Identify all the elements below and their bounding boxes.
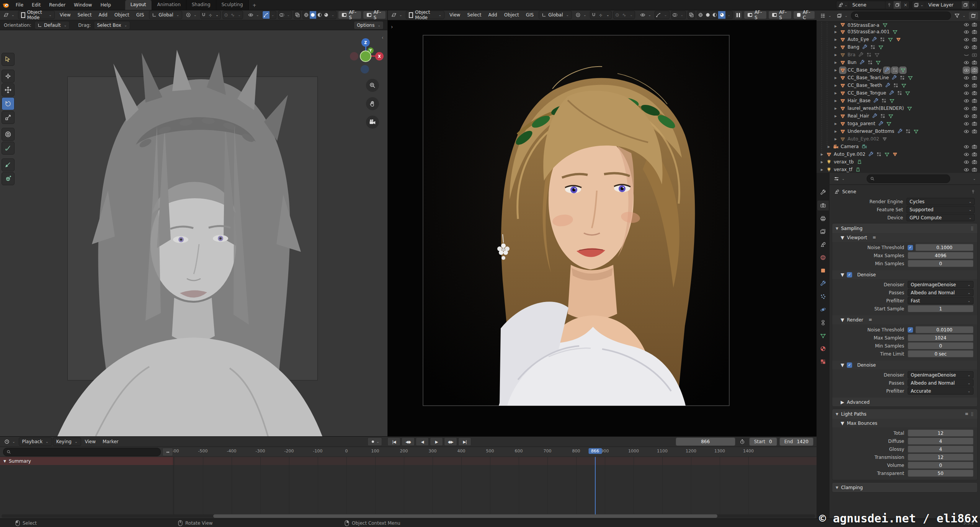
outliner-item-Camera[interactable]: ▶Camera (817, 143, 980, 150)
tool-scale[interactable] (2, 111, 15, 124)
mesh-icon[interactable] (878, 44, 884, 51)
transform-orientation-dropdown[interactable]: Global⌄ (149, 11, 182, 19)
tool-annotate[interactable] (2, 142, 15, 155)
tool-add-cube[interactable] (2, 172, 15, 185)
disable-render-icon[interactable] (971, 113, 978, 119)
expand-arrow-icon[interactable]: ▶ (833, 53, 838, 57)
total-field[interactable]: 12 (908, 429, 973, 437)
timeline-menu-playback[interactable]: Playback⌄ (19, 437, 52, 446)
nodes-icon[interactable] (870, 44, 876, 51)
timeline-menu-view[interactable]: View (82, 438, 99, 445)
properties-search-input[interactable] (867, 175, 950, 183)
disable-render-icon[interactable] (971, 105, 978, 112)
outliner-item-03StrassEar-a.001[interactable]: ▶03StrassEar-a.001 (817, 28, 980, 36)
expand-arrow-icon[interactable]: ▶ (833, 130, 838, 133)
disable-render-icon[interactable] (971, 98, 978, 104)
outliner-search-input[interactable] (851, 11, 951, 20)
properties-tab-data[interactable] (817, 331, 829, 341)
nodes-icon[interactable] (866, 52, 872, 58)
feature-set-field[interactable]: Supported⌄ (906, 206, 975, 213)
wrench-icon[interactable] (897, 128, 903, 135)
disable-render-icon[interactable] (971, 166, 978, 173)
transform-orientation-dropdown[interactable]: Global⌄ (539, 11, 572, 19)
vp-left-menu-select[interactable]: Select (74, 10, 95, 20)
workspace-tab-animation[interactable]: Animation (152, 0, 186, 10)
pause-icon[interactable] (734, 11, 742, 19)
channel-search-input[interactable] (3, 448, 161, 456)
wrench-icon[interactable] (873, 98, 879, 104)
jump-start-icon[interactable]: |◀ (387, 437, 400, 446)
new-view-layer-icon[interactable] (961, 1, 969, 9)
snap-magnet-icon[interactable] (201, 11, 207, 19)
expand-arrow-icon[interactable]: ▶ (820, 153, 824, 156)
mode-dropdown[interactable]: Object Mode⌄ (18, 11, 55, 19)
shading-material-icon[interactable] (316, 11, 323, 19)
properties-tab-tool[interactable] (817, 188, 829, 197)
shading-wireframe-icon[interactable] (697, 11, 704, 19)
outliner-item-Auto_Eye.002[interactable]: ▶Auto_Eye.002 (817, 150, 980, 158)
render-engine-field[interactable]: Cycles⌄ (906, 198, 975, 205)
shading-solid-icon[interactable] (310, 11, 316, 19)
pin-id-icon[interactable] (971, 189, 975, 194)
hide-viewport-icon[interactable] (963, 128, 970, 135)
mesh-icon[interactable] (907, 75, 914, 81)
snap-magnet-icon[interactable] (590, 11, 597, 19)
hide-viewport-icon[interactable] (963, 52, 970, 58)
wrench-icon[interactable] (868, 151, 874, 158)
remove-view-layer-icon[interactable]: × (969, 1, 977, 9)
vp-right-menu-view[interactable]: View (446, 10, 464, 20)
vp-left-menu-view[interactable]: View (56, 10, 74, 20)
xray-toggle-icon[interactable] (688, 11, 695, 19)
wrench-icon[interactable] (871, 36, 878, 43)
min-samples-field[interactable]: 0 (908, 342, 973, 349)
hide-viewport-icon[interactable] (963, 166, 970, 173)
expand-arrow-icon[interactable]: ▶ (833, 69, 838, 72)
navigation-gizmo[interactable]: Z X Y (350, 38, 382, 70)
gizmo-z-axis[interactable]: Z (361, 38, 370, 47)
gizmo-neg-z-axis[interactable] (361, 65, 369, 73)
af-button-af-s-0[interactable]: AF-S (338, 11, 361, 19)
hide-viewport-icon[interactable] (963, 113, 970, 119)
hide-viewport-icon[interactable] (963, 44, 970, 51)
drag-grip-icon[interactable]: ⣿ (971, 412, 974, 416)
wrench-icon[interactable] (862, 44, 868, 51)
snap-settings-icon[interactable]: ⊹ (597, 11, 604, 19)
blender-logo-icon[interactable] (0, 0, 11, 10)
outliner-item-verax_tf[interactable]: ▶verax_tf (817, 166, 980, 173)
disable-render-icon[interactable] (971, 144, 978, 150)
outliner-display-mode-icon[interactable]: ⌄ (835, 12, 850, 20)
noise-threshold-field[interactable]: 0.0100 (915, 326, 973, 333)
render-denoise-header[interactable]: ▼✓ Denoise (832, 361, 977, 369)
expand-arrow-icon[interactable]: ▶ (833, 30, 838, 34)
gizmo-neg-x-axis[interactable] (350, 52, 358, 60)
wrench-icon[interactable] (858, 52, 864, 58)
vp-right-menu-object[interactable]: Object (501, 10, 523, 20)
max-samples-field[interactable]: 1024 (908, 334, 973, 341)
transparent-field[interactable]: 50 (908, 470, 973, 477)
mesh-icon[interactable] (892, 29, 898, 35)
xray-toggle-icon[interactable] (294, 11, 301, 19)
sampling-render-header[interactable]: ▼Render ≡ (832, 315, 977, 324)
gizmos-toggle-icon[interactable] (263, 11, 269, 19)
properties-tab-modifiers[interactable] (817, 279, 829, 289)
properties-tab-physics[interactable] (817, 305, 829, 315)
wrench-icon[interactable] (891, 75, 898, 81)
expand-arrow-icon[interactable]: ▶ (833, 61, 838, 64)
mesh-icon[interactable] (900, 82, 907, 89)
new-collection-icon[interactable] (969, 12, 978, 20)
vp-left-menu-gis[interactable]: GIS (133, 10, 147, 20)
jump-end-icon[interactable]: ▶| (458, 437, 471, 446)
expand-arrow-icon[interactable]: ▶ (833, 99, 838, 103)
tool-select-box[interactable] (2, 53, 15, 66)
checkbox[interactable]: ✓ (908, 327, 913, 333)
properties-options-icon[interactable]: ⌄ (970, 175, 978, 183)
gizmo-view-axis[interactable] (360, 51, 371, 62)
timeline-menu-marker[interactable]: Marker (100, 438, 121, 445)
play-reverse-icon[interactable]: ◀ (416, 437, 429, 446)
nodes-icon[interactable] (880, 113, 886, 119)
mesh-icon[interactable] (906, 105, 913, 112)
mesh-icon[interactable] (885, 121, 892, 127)
sampling-panel-header[interactable]: ▼Sampling ⣿ (832, 224, 977, 233)
falloff-icon[interactable]: ∿ (229, 11, 236, 19)
tri-icon[interactable] (892, 151, 898, 158)
